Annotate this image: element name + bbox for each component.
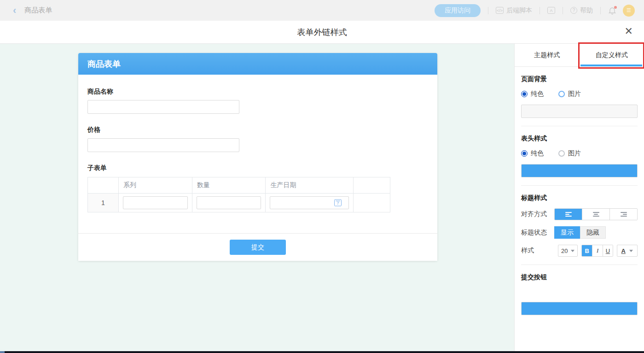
product-name-input[interactable] (87, 100, 239, 114)
close-icon[interactable]: ✕ (625, 26, 633, 36)
extension-icon: A (547, 7, 555, 14)
align-center-icon (593, 212, 599, 217)
help-label: 帮助 (580, 6, 593, 15)
empty-cell (354, 194, 390, 212)
radio-label: 图片 (568, 90, 581, 98)
notification-bell-icon[interactable] (608, 6, 616, 15)
field-label: 价格 (87, 126, 428, 134)
form-preview-card: 商品表单 商品名称 价格 子表单 (78, 53, 437, 261)
radio-image[interactable]: 图片 (558, 90, 581, 98)
form-body: 商品名称 价格 子表单 系列 (78, 75, 437, 212)
section-title-title-style: 标题样式 (521, 194, 638, 202)
italic-button[interactable]: I (592, 245, 602, 256)
topbar-form-title: 商品表单 (24, 6, 52, 15)
code-icon: </> (496, 7, 504, 14)
column-header-quantity: 数量 (192, 177, 266, 194)
topbar-divider (540, 7, 540, 14)
sidebar-tabs: 主题样式 自定义样式 (515, 44, 644, 67)
field-product-name: 商品名称 (87, 88, 428, 114)
subform-section: 子表单 系列 数量 生产日期 (87, 164, 428, 212)
font-size-value: 20 (561, 247, 568, 254)
topbar-actions: 应用访问 </> 后端脚本 A ? 帮助 (435, 4, 635, 17)
page-background-color-swatch[interactable] (521, 105, 638, 118)
submit-button[interactable]: 提交 (230, 240, 286, 255)
column-header-series: 系列 (118, 177, 192, 194)
extension-button[interactable]: A (547, 7, 555, 14)
date-cell: 7 (266, 194, 354, 212)
row-number: 1 (88, 194, 119, 212)
align-right-button[interactable] (609, 209, 637, 220)
form-preview-area: 商品表单 商品名称 价格 子表单 (0, 44, 514, 351)
column-header (354, 177, 390, 194)
quantity-input[interactable] (197, 196, 261, 209)
modal-title: 表单外链样式 (297, 27, 347, 38)
hide-title-button[interactable]: 隐藏 (580, 226, 606, 239)
window-bottom-edge (0, 351, 644, 353)
bottom-edge-accent (0, 351, 5, 353)
subform-header-row: 系列 数量 生产日期 (88, 177, 390, 194)
tab-theme-style[interactable]: 主题样式 (515, 44, 580, 66)
tab-custom-style[interactable]: 自定义样式 (580, 44, 644, 66)
calendar-icon[interactable]: 7 (334, 200, 342, 206)
help-button[interactable]: ? 帮助 (570, 6, 593, 15)
bold-button[interactable]: B (582, 245, 592, 256)
font-style-row: 样式 20 B I U A (521, 245, 638, 257)
radio-unselected-icon (558, 150, 565, 157)
back-icon[interactable]: ‹ (13, 6, 16, 16)
header-style-type-radios: 纯色 图片 (521, 149, 638, 158)
column-header (88, 177, 119, 194)
subform-row: 1 (88, 194, 390, 212)
section-divider (521, 265, 638, 265)
align-center-button[interactable] (582, 209, 609, 220)
align-left-button[interactable] (555, 209, 582, 220)
help-icon: ? (570, 7, 577, 14)
align-left-icon (565, 212, 572, 217)
section-divider (521, 185, 638, 186)
subform-table: 系列 数量 生产日期 1 (87, 177, 390, 212)
backend-script-button[interactable]: </> 后端脚本 (496, 6, 532, 15)
form-footer: 提交 (78, 233, 437, 261)
style-sidebar: 主题样式 自定义样式 页面背景 纯色 图片 (514, 44, 644, 351)
radio-label: 图片 (568, 149, 581, 158)
header-color-swatch[interactable] (521, 164, 638, 177)
radio-unselected-icon (558, 91, 565, 97)
caret-down-icon (571, 250, 574, 252)
section-divider (521, 126, 638, 126)
quantity-cell (192, 194, 266, 212)
series-input[interactable] (123, 196, 188, 209)
radio-image[interactable]: 图片 (558, 149, 581, 158)
title-state-button-group: 显示 隐藏 (554, 226, 606, 239)
section-title-page-background: 页面背景 (521, 75, 638, 83)
font-size-select[interactable]: 20 (558, 245, 578, 257)
align-right-icon (621, 212, 627, 217)
form-header: 商品表单 (78, 53, 437, 75)
radio-label: 纯色 (531, 149, 544, 158)
font-color-button[interactable]: A (617, 245, 638, 257)
subform-label: 子表单 (87, 164, 428, 172)
topbar-divider (563, 7, 563, 14)
page-background-type-radios: 纯色 图片 (521, 90, 638, 98)
column-header-date: 生产日期 (266, 177, 354, 194)
avatar[interactable]: ☰ (623, 5, 635, 17)
radio-solid-color[interactable]: 纯色 (521, 149, 544, 158)
field-label: 商品名称 (87, 88, 428, 96)
notification-badge (614, 6, 617, 9)
submit-button-color-swatch[interactable] (521, 302, 638, 315)
show-title-button[interactable]: 显示 (554, 226, 580, 239)
topbar: ‹ 商品表单 应用访问 </> 后端脚本 A ? 帮助 (0, 0, 644, 21)
title-state-label: 标题状态 (521, 229, 554, 237)
radio-solid-color[interactable]: 纯色 (521, 90, 544, 98)
modal-titlebar: 表单外链样式 ✕ (0, 21, 644, 44)
underline-button[interactable]: U (603, 245, 613, 256)
alignment-row: 对齐方式 (521, 208, 638, 220)
app-access-button[interactable]: 应用访问 (435, 4, 481, 17)
series-cell (118, 194, 192, 212)
section-title-header-style: 表头样式 (521, 135, 638, 143)
font-style-label: 样式 (521, 247, 554, 255)
backend-script-label: 后端脚本 (506, 6, 532, 15)
price-input[interactable] (87, 138, 239, 152)
font-color-icon: A (621, 247, 626, 254)
field-price: 价格 (87, 126, 428, 152)
modal-body: 商品表单 商品名称 价格 子表单 (0, 44, 644, 351)
alignment-label: 对齐方式 (521, 210, 554, 218)
